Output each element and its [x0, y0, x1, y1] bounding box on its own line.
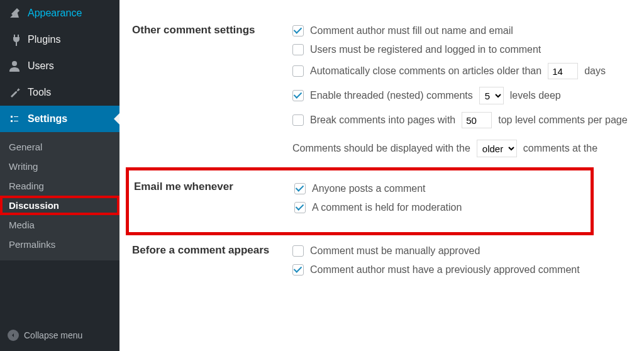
opt-threaded: Enable threaded (nested) comments 5 leve… [292, 83, 644, 108]
settings-submenu: General Writing Reading Discussion Media… [0, 132, 119, 260]
collapse-menu-button[interactable]: Collapse menu [0, 322, 119, 351]
collapse-arrow-icon [8, 330, 19, 341]
opt-label: Comment author must fill out name and em… [310, 25, 513, 36]
opt-label: Automatically close comments on articles… [310, 65, 541, 77]
menu-label: Settings [28, 113, 67, 125]
opt-anyone-posts: Anyone posts a comment [294, 179, 586, 198]
sidebar-item-appearance[interactable]: Appearance [0, 0, 119, 26]
opt-prev-approved: Comment author must have a previously ap… [292, 260, 644, 279]
opt-registered: Users must be registered and logged in t… [292, 40, 644, 59]
opt-break-pages: Break comments into pages with top level… [292, 108, 644, 132]
admin-sidebar: Appearance Plugins Users Tools Settings [0, 0, 119, 351]
opt-label: Comments should be displayed with the [292, 143, 470, 154]
opt-suffix: comments at the [523, 143, 597, 154]
opt-manual-approve: Comment must be manually approved [292, 242, 644, 260]
opt-label: Comment must be manually approved [310, 245, 480, 257]
opt-suffix: days [584, 65, 606, 77]
submenu-item-reading[interactable]: Reading [0, 176, 119, 196]
highlight-email-me: Email me whenever Anyone posts a comment… [126, 167, 594, 235]
checkbox-break-pages[interactable] [292, 114, 304, 126]
menu-label: Plugins [28, 34, 60, 45]
checkbox-registered[interactable] [292, 44, 304, 55]
opt-display-order: Comments should be displayed with the ol… [292, 136, 644, 161]
input-break-count[interactable] [462, 112, 492, 128]
svg-point-0 [12, 61, 17, 66]
checkbox-autoclose[interactable] [292, 65, 304, 77]
menu-label: Users [28, 60, 54, 72]
submenu-item-general[interactable]: General [0, 137, 119, 157]
section-other-comment: Other comment settings Comment author mu… [132, 15, 644, 167]
opt-fill-name: Comment author must fill out name and em… [292, 21, 644, 40]
submenu-item-permalinks[interactable]: Permalinks [0, 235, 119, 254]
opt-label: Comment author must have a previously ap… [310, 264, 580, 276]
checkbox-held-moderation[interactable] [294, 202, 306, 213]
opt-suffix: top level comments per page [498, 114, 627, 126]
appearance-icon [8, 6, 21, 20]
select-threaded-levels[interactable]: 5 [479, 87, 504, 104]
section-email-me: Email me whenever Anyone posts a comment… [134, 173, 586, 223]
section-title: Before a comment appears [132, 242, 292, 257]
tools-icon [8, 86, 21, 99]
sidebar-item-settings[interactable]: Settings [0, 106, 119, 132]
opt-suffix: levels deep [510, 90, 561, 101]
submenu-item-media[interactable]: Media [0, 215, 119, 235]
section-before-appear: Before a comment appears Comment must be… [132, 235, 644, 286]
checkbox-anyone-posts[interactable] [294, 183, 306, 194]
opt-label: A comment is held for moderation [312, 202, 462, 213]
opt-label: Users must be registered and logged in t… [310, 44, 541, 55]
sidebar-item-tools[interactable]: Tools [0, 79, 119, 106]
plugins-icon [8, 33, 21, 47]
opt-label: Anyone posts a comment [312, 183, 426, 194]
sidebar-item-users[interactable]: Users [0, 53, 119, 79]
input-autoclose-days[interactable] [548, 63, 578, 79]
menu-label: Tools [28, 87, 51, 98]
section-title: Email me whenever [134, 179, 294, 193]
checkbox-threaded[interactable] [292, 90, 304, 101]
users-icon [8, 59, 21, 73]
collapse-label: Collapse menu [24, 330, 82, 340]
menu-label: Appearance [28, 8, 82, 19]
settings-icon [8, 112, 21, 126]
opt-held-moderation: A comment is held for moderation [294, 198, 586, 217]
select-display-order[interactable]: older [477, 140, 517, 157]
checkbox-prev-approved[interactable] [292, 264, 304, 276]
settings-content: Other comment settings Comment author mu… [119, 0, 644, 351]
opt-label: Enable threaded (nested) comments [310, 90, 473, 101]
checkbox-fill-name[interactable] [292, 25, 304, 36]
checkbox-manual-approve[interactable] [292, 245, 304, 257]
opt-autoclose: Automatically close comments on articles… [292, 59, 644, 83]
opt-label: Break comments into pages with [310, 114, 455, 126]
submenu-item-writing[interactable]: Writing [0, 157, 119, 176]
section-title: Other comment settings [132, 21, 292, 36]
sidebar-item-plugins[interactable]: Plugins [0, 26, 119, 53]
submenu-item-discussion[interactable]: Discussion [0, 196, 119, 215]
